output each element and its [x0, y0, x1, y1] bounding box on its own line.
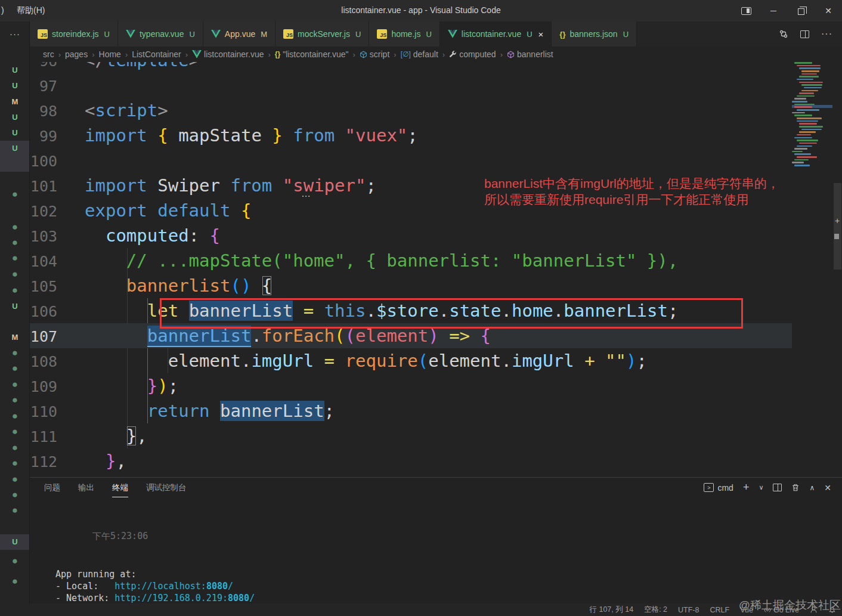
breadcrumb-item-computed[interactable]: computed	[449, 49, 496, 59]
status-item-CRLF[interactable]: CRLF	[710, 605, 729, 615]
git-status-badge: U	[623, 30, 629, 39]
line-number: 107	[30, 324, 85, 349]
breadcrumb-separator: ›	[185, 50, 188, 59]
kill-terminal-icon[interactable]	[791, 483, 800, 492]
tab-mockServer.js[interactable]: JSmockServer.jsU	[275, 21, 369, 47]
split-terminal-icon[interactable]	[773, 484, 782, 491]
git-status-badge: U	[189, 30, 194, 39]
layout-toggle-icon[interactable]	[732, 0, 760, 21]
status-item-2[interactable]: 空格: 2	[644, 605, 667, 615]
maximize-panel-icon[interactable]: ∧	[809, 484, 815, 492]
minimap-line	[794, 165, 810, 166]
scrollbar-slider[interactable]	[834, 183, 841, 270]
terminal-line: - Network: http://192.168.0.219:8080/	[55, 592, 255, 604]
sidebar-git-marker: ●	[0, 345, 30, 361]
terminal-dropdown-icon[interactable]: ∨	[759, 484, 763, 491]
sidebar-git-marker: U	[0, 299, 30, 314]
sidebar-more-actions-icon[interactable]: ···	[0, 29, 30, 39]
tab-label: App.vue	[225, 29, 255, 39]
code-line-112[interactable]: 112 },	[30, 448, 792, 473]
status-bar: 行 107, 列 14空格: 2UTF-8CRLFVueGo Live	[0, 603, 842, 616]
minimap[interactable]	[792, 62, 832, 181]
breadcrumb-label: "listcontainer.vue"	[283, 49, 348, 59]
minimap-line	[794, 98, 806, 100]
code-line-104[interactable]: 104 // ...mapState("home", { bannerlist:…	[30, 248, 792, 273]
restore-button[interactable]	[787, 0, 815, 21]
sidebar-git-marker: ●	[0, 408, 30, 424]
code-line-98[interactable]: 98<script>	[30, 98, 792, 123]
git-status-badge: M	[261, 30, 267, 39]
tab-home.js[interactable]: JShome.jsU	[369, 21, 439, 47]
close-panel-icon[interactable]: ✕	[824, 483, 831, 493]
editor-scrollbar[interactable]: +	[832, 62, 842, 477]
more-actions-icon[interactable]: ···	[821, 29, 832, 39]
breadcrumb-item-ListContainer[interactable]: ListContainer	[132, 49, 181, 59]
hint-dots: …	[301, 188, 311, 199]
line-number: 100	[30, 149, 85, 174]
tab-bar-actions: ···	[779, 21, 842, 47]
code-line-110[interactable]: 110 return bannerList;	[30, 398, 792, 423]
tab-App.vue[interactable]: App.vueM	[203, 21, 275, 47]
annotation-text: bannerList中含有imgUrl的地址，但是是纯字符串的， 所以需要重新使…	[484, 175, 779, 208]
close-tab-icon[interactable]: ×	[538, 29, 544, 39]
minimap-line	[794, 153, 811, 155]
json-file-icon: {}	[559, 30, 565, 39]
code-line-109[interactable]: 109 });	[30, 373, 792, 398]
open-changes-icon[interactable]	[779, 29, 788, 39]
tab-typenav.vue[interactable]: typenav.vueU	[118, 21, 203, 47]
terminal-shell-selector[interactable]: > cmd	[704, 483, 733, 493]
sidebar-git-marker: ●	[0, 456, 30, 471]
tab-label: home.js	[391, 29, 420, 39]
explorer-sidebar[interactable]: ··· UUMUUU●●●●●●UM●●●●●●●●●●●U●●	[0, 21, 30, 603]
breadcrumb-item-src[interactable]: src	[43, 49, 54, 59]
code-line-97[interactable]: 97	[30, 73, 792, 98]
code-line-96[interactable]: 96</template>	[30, 62, 792, 73]
minimap-line	[797, 79, 813, 81]
minimap-line	[799, 67, 821, 69]
status-item-10714[interactable]: 行 107, 列 14	[589, 605, 633, 615]
sidebar-git-marker: ●	[0, 361, 30, 376]
code-line-105[interactable]: 105 bannerlist() {	[30, 273, 792, 298]
split-editor-icon[interactable]	[800, 30, 809, 38]
breadcrumb[interactable]: src›pages›Home›ListContainer›listcontain…	[30, 47, 842, 62]
breadcrumb-item-listcontainervue[interactable]: listcontainer.vue	[192, 49, 264, 59]
panel-tab-终端[interactable]: 终端	[112, 482, 128, 497]
tab-banners.json[interactable]: {}banners.jsonU	[552, 21, 637, 47]
new-terminal-icon[interactable]: +	[743, 481, 750, 494]
line-number: 97	[30, 74, 85, 99]
panel-tab-调试控制台[interactable]: 调试控制台	[146, 482, 187, 497]
tab-storeindex.js[interactable]: JSstoreindex.jsU	[30, 21, 118, 47]
breadcrumb-label: computed	[459, 49, 496, 59]
code-line-100[interactable]: 100	[30, 148, 792, 173]
tab-label: banners.json	[569, 29, 617, 39]
minimize-button[interactable]: ─	[760, 0, 787, 21]
code-line-111[interactable]: 111 },	[30, 423, 792, 448]
breadcrumb-item-Home[interactable]: Home	[99, 49, 121, 59]
code-line-103[interactable]: 103 computed: {	[30, 223, 792, 248]
panel-tab-问题[interactable]: 问题	[44, 482, 60, 497]
breadcrumb-item-default[interactable]: [∅]default	[401, 49, 438, 59]
code-line-99[interactable]: 99import { mapState } from "vuex";	[30, 123, 792, 148]
breadcrumb-item-bannerlist[interactable]: bannerlist	[507, 49, 553, 59]
sidebar-git-marker: ●	[0, 250, 30, 266]
breadcrumb-label: bannerlist	[517, 49, 553, 59]
code-line-108[interactable]: 108 element.imgUrl = require(element.img…	[30, 348, 792, 373]
line-number: 98	[30, 99, 85, 124]
breadcrumb-separator: ›	[442, 50, 445, 59]
line-number: 106	[30, 299, 85, 324]
code-line-106[interactable]: 106 let bannerList = this.$store.state.h…	[30, 298, 792, 323]
code-editor[interactable]: 96</template>9798<script>99import { mapS…	[30, 62, 842, 477]
panel-tab-输出[interactable]: 输出	[78, 482, 94, 497]
breadcrumb-separator: ›	[58, 50, 61, 59]
code-line-107[interactable]: 107 bannerList.forEach((element) => {	[30, 323, 792, 348]
terminal-output[interactable]: 下午5:23:06 App running at:- Local: http:/…	[30, 502, 842, 603]
tab-listcontainer.vue[interactable]: listcontainer.vueU×	[440, 21, 552, 47]
breadcrumb-item-script[interactable]: script	[360, 49, 389, 59]
breadcrumb-label: script	[370, 49, 389, 59]
breadcrumb-item-pages[interactable]: pages	[65, 49, 88, 59]
breadcrumb-label: listcontainer.vue	[204, 49, 264, 59]
status-item-UTF8[interactable]: UTF-8	[678, 605, 699, 615]
scrollbar-plus-glyph: +	[832, 216, 842, 225]
breadcrumb-item-listcontainervue[interactable]: {}"listcontainer.vue"	[275, 49, 349, 59]
close-button[interactable]: ✕	[815, 0, 842, 21]
